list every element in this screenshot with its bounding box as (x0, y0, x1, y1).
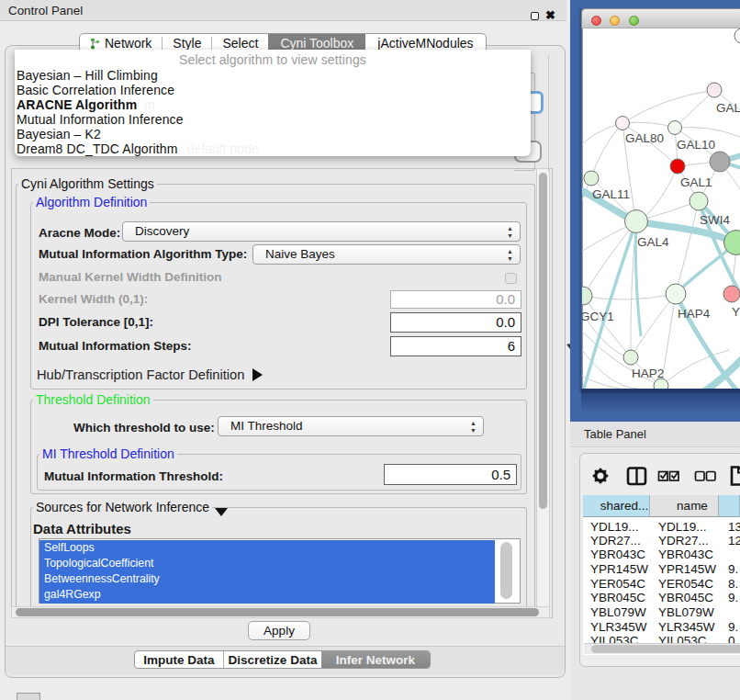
svg-text:GAL: GAL (716, 101, 740, 115)
svg-text:Y: Y (732, 305, 740, 319)
svg-text:GAL11: GAL11 (592, 187, 630, 201)
svg-text:GAL1: GAL1 (680, 175, 712, 189)
svg-text:SWI4: SWI4 (700, 213, 730, 227)
svg-text:GAL10: GAL10 (677, 138, 715, 152)
svg-text:GAL4: GAL4 (637, 235, 669, 249)
svg-text:GAL80: GAL80 (625, 131, 664, 145)
svg-text:HAP2: HAP2 (632, 367, 664, 380)
svg-text:HAP4: HAP4 (678, 307, 711, 321)
svg-text:GCY1: GCY1 (582, 310, 614, 323)
